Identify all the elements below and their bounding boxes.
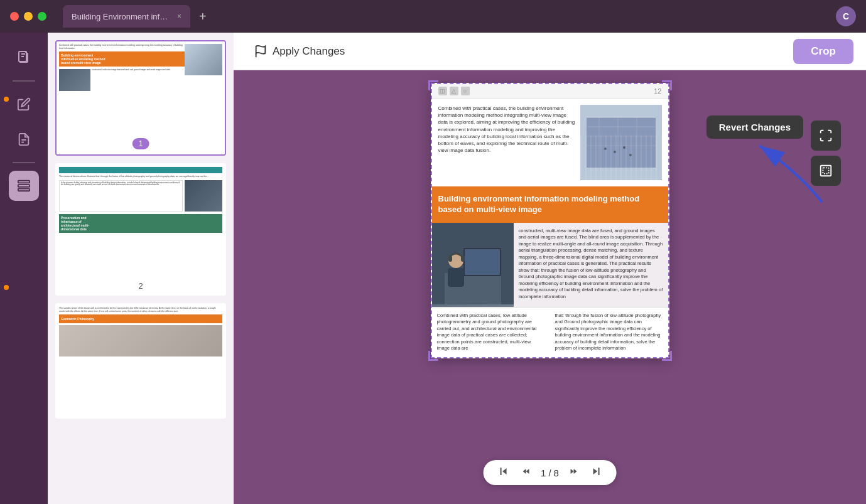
svg-point-18 <box>623 146 625 149</box>
nav-prev-button[interactable] <box>518 465 533 480</box>
page-thumb-3[interactable]: The specific power of the tissue well is… <box>55 303 226 419</box>
doc-header-icons: ◫ △ ○ <box>438 87 470 95</box>
titlebar: Building Environment infor… × + C <box>0 0 866 33</box>
revert-arrow-indicator <box>722 133 835 211</box>
thumb-content-1-inner: Combined with practical cases, the build… <box>57 41 225 154</box>
page-bottom-left-text: Combined with practical cases, low-altit… <box>432 308 550 357</box>
page-top-section: Combined with practical cases, the build… <box>432 99 668 186</box>
edit-icon-button[interactable] <box>9 89 39 119</box>
main-content: Apply Changes Crop ◫ △ ○ <box>234 33 866 504</box>
apply-changes-label: Apply Changes <box>273 45 345 58</box>
main-layout: Combined with practical cases, the build… <box>0 33 866 504</box>
page-bottom-right-text2: that: through the fusion of low-altitude… <box>550 308 668 357</box>
apply-changes-icon <box>254 45 268 58</box>
page-number: 12 <box>654 87 661 95</box>
apply-changes-button[interactable]: Apply Changes <box>246 40 352 63</box>
avatar: C <box>836 6 856 26</box>
nav-total-pages: 8 <box>554 468 559 478</box>
nav-separator: / <box>548 468 551 478</box>
svg-rect-26 <box>448 255 452 262</box>
svg-point-17 <box>614 151 616 153</box>
svg-rect-5 <box>18 189 30 191</box>
nav-current-page: 1 <box>541 468 546 478</box>
document-icon-button[interactable] <box>9 43 39 73</box>
page-thumb-2[interactable]: The structural factors above illustrate … <box>55 163 226 296</box>
crop-button[interactable]: Crop <box>793 39 853 64</box>
page-top-text: Combined with practical cases, the build… <box>438 105 575 180</box>
minimize-traffic-light[interactable] <box>24 12 33 21</box>
svg-rect-25 <box>448 268 464 287</box>
thumb-content-3-inner: The specific power of the tissue well is… <box>57 304 225 417</box>
revert-changes-button[interactable]: Revert Changes <box>706 115 803 139</box>
nav-page-display: 1 / 8 <box>541 468 559 478</box>
nav-last-button[interactable] <box>589 465 604 480</box>
doc-header-bar: ◫ △ ○ 12 <box>432 84 668 99</box>
new-tab-button[interactable]: + <box>195 9 210 24</box>
crop-handle-top-left[interactable] <box>428 80 438 90</box>
svg-rect-4 <box>18 185 30 187</box>
notification-dot-1 <box>4 97 9 102</box>
building-img-inner <box>580 105 662 180</box>
svg-point-19 <box>629 154 632 156</box>
notification-dot-2 <box>4 285 9 290</box>
maximize-traffic-light[interactable] <box>38 12 46 21</box>
toolbar: Apply Changes Crop <box>234 33 866 70</box>
page-thumb-1[interactable]: Combined with practical cases, the build… <box>55 40 226 156</box>
page-num-2: 2 <box>57 277 225 294</box>
person-image <box>432 223 514 307</box>
svg-rect-8 <box>587 117 656 168</box>
tab-title: Building Environment infor… <box>72 12 172 21</box>
pages-panel: Combined with practical cases, the build… <box>48 33 234 504</box>
thumb-page3-title: Geometric Philosophy <box>61 317 94 321</box>
tab-close-button[interactable]: × <box>177 12 181 21</box>
orange-title-block: Building environment information modelin… <box>432 186 668 223</box>
crop-handle-top-right[interactable] <box>662 80 672 90</box>
tab-area: Building Environment infor… × + <box>63 5 210 28</box>
page-thumb-img-3: The specific power of the tissue well is… <box>57 304 225 417</box>
page-bottom-right-text: constructed, multi-view image data are f… <box>514 223 668 307</box>
separator-1 <box>13 80 35 82</box>
svg-point-16 <box>604 147 607 150</box>
notes-icon-button[interactable] <box>9 124 39 154</box>
nav-next-button[interactable] <box>566 465 582 480</box>
document-page: ◫ △ ○ 12 Combined with practical cases, … <box>431 83 669 358</box>
svg-rect-27 <box>461 255 465 262</box>
thumb-content-2-inner: The structural factors above illustrate … <box>57 164 225 277</box>
svg-rect-7 <box>580 105 662 180</box>
thumb-orange-bar-3: Geometric Philosophy <box>59 314 222 323</box>
page-bottom-section: constructed, multi-view image data are f… <box>432 223 668 307</box>
nav-first-button[interactable] <box>495 465 511 480</box>
traffic-lights <box>10 12 46 21</box>
svg-rect-23 <box>465 249 500 275</box>
thumb-teal-bar <box>59 167 222 173</box>
page-nav: 1 / 8 <box>483 460 617 485</box>
crop-handle-bottom-right[interactable] <box>662 351 672 361</box>
page-bottom-text-section: Combined with practical cases, low-altit… <box>432 307 668 357</box>
active-tab[interactable]: Building Environment infor… × <box>63 5 190 28</box>
doc-icon-3: ○ <box>461 87 470 95</box>
doc-icon-2: △ <box>450 87 458 95</box>
crop-handle-bottom-left[interactable] <box>428 351 438 361</box>
thumb-bottom-green: Preservation andinheritance ofarchitectu… <box>59 214 222 233</box>
building-aerial-image <box>580 105 662 180</box>
layers-icon-button[interactable] <box>9 171 39 201</box>
page-num-badge-1: 1 <box>133 138 149 149</box>
doc-icon-1: ◫ <box>438 87 447 95</box>
toolbar-left: Apply Changes <box>246 40 352 63</box>
doc-view: ◫ △ ○ 12 Combined with practical cases, … <box>234 70 866 504</box>
thumb-building-image <box>185 44 222 75</box>
page-thumb-img-2: The structural factors above illustrate … <box>57 164 225 277</box>
icon-sidebar <box>0 33 48 504</box>
close-traffic-light[interactable] <box>10 12 19 21</box>
page-thumb-img-1: Combined with practical cases, the build… <box>57 41 225 154</box>
svg-rect-3 <box>18 181 30 183</box>
orange-title-text: Building environment information modelin… <box>438 194 662 215</box>
separator-2 <box>13 162 35 163</box>
